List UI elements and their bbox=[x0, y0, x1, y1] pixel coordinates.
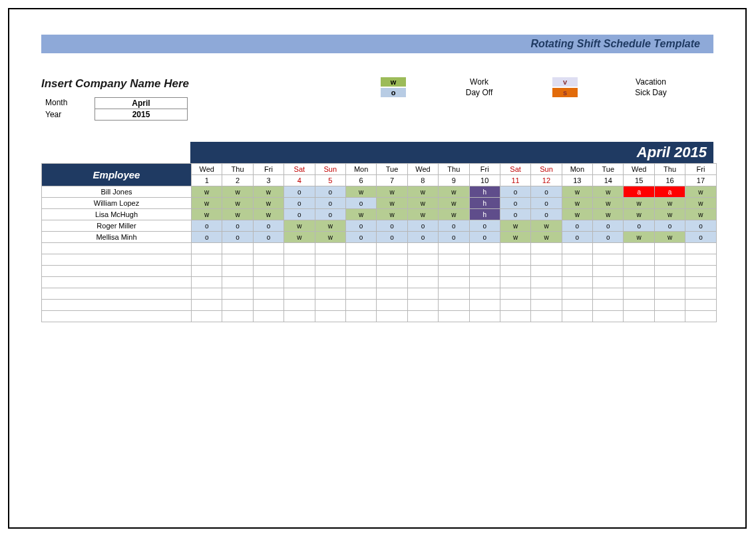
shift-cell[interactable] bbox=[562, 266, 592, 277]
shift-cell[interactable] bbox=[685, 277, 716, 288]
shift-cell[interactable] bbox=[222, 277, 253, 288]
shift-cell[interactable] bbox=[192, 243, 222, 254]
shift-cell[interactable] bbox=[377, 288, 407, 300]
shift-cell[interactable]: o bbox=[531, 186, 562, 198]
shift-cell[interactable]: w bbox=[315, 220, 345, 232]
shift-cell[interactable] bbox=[315, 243, 345, 254]
shift-cell[interactable] bbox=[500, 288, 530, 300]
shift-cell[interactable]: w bbox=[407, 186, 438, 198]
shift-cell[interactable] bbox=[500, 266, 530, 277]
shift-cell[interactable] bbox=[377, 277, 407, 288]
shift-cell[interactable]: w bbox=[192, 198, 222, 209]
shift-cell[interactable] bbox=[469, 266, 500, 277]
shift-cell[interactable] bbox=[654, 266, 685, 277]
shift-cell[interactable] bbox=[407, 311, 438, 322]
shift-cell[interactable] bbox=[284, 288, 315, 300]
shift-cell[interactable]: o bbox=[500, 186, 530, 198]
shift-cell[interactable]: o bbox=[284, 198, 315, 209]
shift-cell[interactable] bbox=[284, 243, 315, 254]
shift-cell[interactable] bbox=[345, 254, 376, 266]
shift-cell[interactable]: w bbox=[500, 220, 530, 232]
shift-cell[interactable]: w bbox=[377, 198, 407, 209]
employee-name-cell[interactable] bbox=[42, 311, 192, 322]
shift-cell[interactable] bbox=[407, 300, 438, 311]
shift-cell[interactable] bbox=[377, 243, 407, 254]
shift-cell[interactable]: w bbox=[407, 198, 438, 209]
shift-cell[interactable]: w bbox=[315, 232, 345, 243]
shift-cell[interactable] bbox=[407, 277, 438, 288]
shift-cell[interactable] bbox=[315, 300, 345, 311]
shift-cell[interactable]: h bbox=[469, 186, 500, 198]
shift-cell[interactable] bbox=[685, 266, 716, 277]
shift-cell[interactable] bbox=[531, 266, 562, 277]
shift-cell[interactable]: o bbox=[192, 220, 222, 232]
shift-cell[interactable] bbox=[531, 300, 562, 311]
shift-cell[interactable]: w bbox=[531, 220, 562, 232]
shift-cell[interactable]: w bbox=[377, 209, 407, 220]
shift-cell[interactable] bbox=[284, 300, 315, 311]
shift-cell[interactable] bbox=[192, 266, 222, 277]
shift-cell[interactable] bbox=[654, 254, 685, 266]
shift-cell[interactable] bbox=[654, 288, 685, 300]
shift-cell[interactable] bbox=[531, 288, 562, 300]
shift-cell[interactable] bbox=[253, 277, 284, 288]
employee-name-cell[interactable]: Lisa McHugh bbox=[42, 209, 192, 220]
shift-cell[interactable]: o bbox=[685, 232, 716, 243]
shift-cell[interactable]: w bbox=[500, 232, 530, 243]
shift-cell[interactable] bbox=[654, 243, 685, 254]
shift-cell[interactable] bbox=[377, 300, 407, 311]
shift-cell[interactable] bbox=[624, 288, 654, 300]
shift-cell[interactable] bbox=[593, 300, 624, 311]
shift-cell[interactable] bbox=[407, 243, 438, 254]
shift-cell[interactable] bbox=[407, 288, 438, 300]
shift-cell[interactable]: w bbox=[624, 209, 654, 220]
shift-cell[interactable]: w bbox=[624, 232, 654, 243]
shift-cell[interactable]: o bbox=[345, 220, 376, 232]
employee-name-cell[interactable]: Mellisa Minh bbox=[42, 232, 192, 243]
shift-cell[interactable] bbox=[439, 311, 469, 322]
shift-cell[interactable] bbox=[407, 266, 438, 277]
shift-cell[interactable] bbox=[253, 254, 284, 266]
shift-cell[interactable] bbox=[222, 243, 253, 254]
month-value-cell[interactable]: April bbox=[94, 97, 188, 109]
employee-name-cell[interactable] bbox=[42, 277, 192, 288]
shift-cell[interactable]: w bbox=[345, 186, 376, 198]
shift-cell[interactable] bbox=[500, 243, 530, 254]
shift-cell[interactable]: w bbox=[685, 209, 716, 220]
shift-cell[interactable]: a bbox=[624, 186, 654, 198]
shift-cell[interactable]: o bbox=[500, 198, 530, 209]
shift-cell[interactable] bbox=[685, 288, 716, 300]
shift-cell[interactable] bbox=[654, 311, 685, 322]
shift-cell[interactable] bbox=[593, 266, 624, 277]
shift-cell[interactable] bbox=[654, 277, 685, 288]
shift-cell[interactable] bbox=[377, 266, 407, 277]
shift-cell[interactable]: w bbox=[593, 186, 624, 198]
shift-cell[interactable]: o bbox=[192, 232, 222, 243]
shift-cell[interactable] bbox=[593, 288, 624, 300]
employee-name-cell[interactable] bbox=[42, 243, 192, 254]
shift-cell[interactable]: w bbox=[222, 209, 253, 220]
shift-cell[interactable] bbox=[345, 277, 376, 288]
shift-cell[interactable]: o bbox=[593, 220, 624, 232]
shift-cell[interactable]: o bbox=[377, 232, 407, 243]
shift-cell[interactable] bbox=[253, 311, 284, 322]
shift-cell[interactable]: o bbox=[284, 186, 315, 198]
shift-cell[interactable]: o bbox=[345, 232, 376, 243]
shift-cell[interactable]: a bbox=[654, 186, 685, 198]
shift-cell[interactable]: o bbox=[222, 220, 253, 232]
shift-cell[interactable] bbox=[345, 300, 376, 311]
shift-cell[interactable]: w bbox=[439, 209, 469, 220]
shift-cell[interactable] bbox=[562, 300, 592, 311]
shift-cell[interactable] bbox=[562, 288, 592, 300]
shift-cell[interactable] bbox=[192, 311, 222, 322]
shift-cell[interactable]: w bbox=[284, 232, 315, 243]
shift-cell[interactable]: o bbox=[624, 220, 654, 232]
shift-cell[interactable] bbox=[624, 311, 654, 322]
shift-cell[interactable]: w bbox=[562, 209, 592, 220]
shift-cell[interactable]: w bbox=[624, 198, 654, 209]
shift-cell[interactable]: w bbox=[253, 198, 284, 209]
shift-cell[interactable] bbox=[439, 277, 469, 288]
employee-name-cell[interactable]: Roger Miller bbox=[42, 220, 192, 232]
shift-cell[interactable] bbox=[345, 288, 376, 300]
shift-cell[interactable] bbox=[531, 254, 562, 266]
